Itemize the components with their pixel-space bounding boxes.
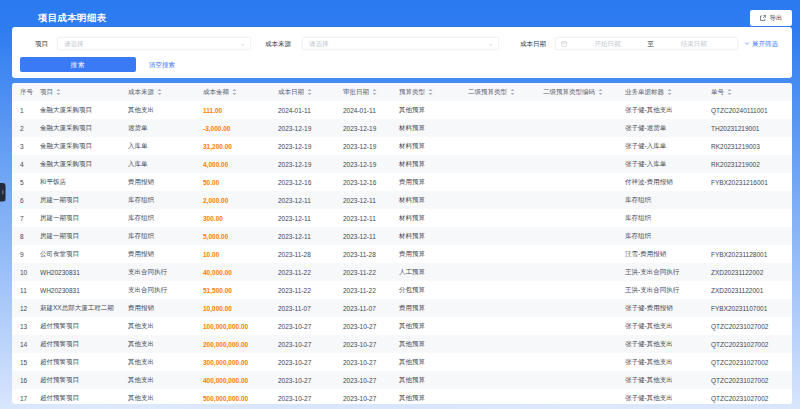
- table-cell: 2023-12-19: [335, 137, 391, 155]
- table-cell: RK20231219003: [703, 137, 792, 155]
- table-cell: [460, 245, 535, 263]
- table-cell: [460, 155, 535, 173]
- table-cell: 2023-11-22: [335, 263, 391, 281]
- project-select-placeholder: 请选择: [64, 39, 240, 48]
- sort-icon[interactable]: [428, 89, 433, 95]
- table-cell: 5: [12, 173, 32, 191]
- table-header: 序号项目成本来源成本金额成本日期审批日期预算类型二级预算类型二级预算类型编码业务…: [12, 83, 792, 101]
- search-button[interactable]: 搜索: [20, 57, 136, 72]
- table-cell: ZXD20231122002: [703, 263, 792, 281]
- filter-panel: 项目 请选择 成本来源 请选择 成本日期: [12, 27, 792, 78]
- table-cell: 100,000,000.00: [195, 317, 270, 335]
- table-cell: 支出合同执行: [120, 263, 195, 281]
- table-cell: 5,000.00: [195, 227, 270, 245]
- start-date-placeholder: 开始日期: [568, 39, 648, 48]
- table-cell: 2023-10-27: [270, 389, 335, 404]
- table-cell: 人工预算: [391, 263, 460, 281]
- export-button[interactable]: 导出: [750, 10, 792, 26]
- sort-icon[interactable]: [307, 89, 312, 95]
- table-cell: [460, 191, 535, 209]
- column-header-3[interactable]: 成本金额: [195, 83, 270, 101]
- table-cell: 111.00: [195, 101, 270, 119]
- table-row: 12新建XX总部大厦工程二期费用报销10,000.002023-11-07202…: [12, 299, 792, 317]
- sort-icon[interactable]: [510, 89, 515, 95]
- table-cell: [703, 191, 792, 209]
- table-cell: 2023-10-27: [270, 371, 335, 389]
- table-cell: 其他支出: [120, 101, 195, 119]
- table-cell: [535, 173, 617, 191]
- table-cell: 其他预算: [391, 317, 460, 335]
- table-cell: 金融大厦采购项目: [32, 101, 120, 119]
- table-cell: 10: [12, 263, 32, 281]
- clear-search-button[interactable]: 清空搜索: [149, 57, 175, 72]
- table-cell: 2023-11-28: [270, 245, 335, 263]
- table-cell: 房建一期项目: [32, 209, 120, 227]
- table-cell: 2023-10-27: [270, 335, 335, 353]
- column-header-9[interactable]: 业务单据标题: [617, 83, 703, 101]
- table-cell: 张子健-退货单: [617, 119, 703, 137]
- table-cell: 金融大厦采购项目: [32, 137, 120, 155]
- column-header-2[interactable]: 成本来源: [120, 83, 195, 101]
- side-drawer-handle[interactable]: [0, 183, 6, 202]
- table-cell: [460, 335, 535, 353]
- table-cell: 40,000.00: [195, 263, 270, 281]
- table-cell: 2023-10-27: [335, 353, 391, 371]
- cost-date-range-picker[interactable]: 开始日期 至 结束日期: [555, 37, 738, 50]
- table-cell: 材料预算: [391, 227, 460, 245]
- table-cell: 4,000.00: [195, 155, 270, 173]
- sort-icon[interactable]: [372, 89, 377, 95]
- table-cell: 2023-12-11: [270, 209, 335, 227]
- sort-icon[interactable]: [157, 89, 162, 95]
- column-header-0[interactable]: 序号: [12, 83, 32, 101]
- sort-icon[interactable]: [56, 89, 61, 95]
- sort-icon[interactable]: [727, 89, 732, 95]
- table-cell: 超付预警项目: [32, 353, 120, 371]
- expand-filter-button[interactable]: 展开筛选: [744, 37, 778, 50]
- column-header-1[interactable]: 项目: [32, 83, 120, 101]
- filter-row: 项目 请选择 成本来源 请选择 成本日期: [12, 37, 792, 50]
- table-cell: 2023-12-19: [335, 119, 391, 137]
- table-cell: 张子健-入库单: [617, 155, 703, 173]
- table-cell: 2023-12-11: [335, 227, 391, 245]
- table-cell: 库存组织: [617, 209, 703, 227]
- column-header-10[interactable]: 单号: [703, 83, 792, 101]
- table-cell: 费用预算: [391, 299, 460, 317]
- column-header-7[interactable]: 二级预算类型: [460, 83, 535, 101]
- filter-buttons-row: 搜索 清空搜索: [12, 57, 792, 72]
- table-cell: 其他预算: [391, 101, 460, 119]
- table-cell: 库存组织: [617, 191, 703, 209]
- table-cell: 张子健-其他支出: [617, 335, 703, 353]
- table-cell: 2023-12-19: [335, 155, 391, 173]
- page: 项目成本明细表 导出 项目 请选择 成本来源 请选择: [0, 0, 800, 409]
- project-select[interactable]: 请选择: [57, 37, 251, 50]
- sort-icon[interactable]: [232, 89, 237, 95]
- drawer-handle-grip: [2, 190, 4, 195]
- table-cell: FYBX20231128001: [703, 245, 792, 263]
- table-cell: 其他预算: [391, 371, 460, 389]
- table-cell: 其他预算: [391, 335, 460, 353]
- sort-icon[interactable]: [667, 89, 672, 95]
- table-cell: TH20231219001: [703, 119, 792, 137]
- table-cell: [460, 209, 535, 227]
- column-header-4[interactable]: 成本日期: [270, 83, 335, 101]
- column-header-5[interactable]: 审批日期: [335, 83, 391, 101]
- table-cell: 6: [12, 191, 32, 209]
- table-cell: [460, 173, 535, 191]
- column-header-6[interactable]: 预算类型: [391, 83, 460, 101]
- column-header-8[interactable]: 二级预算类型编码: [535, 83, 617, 101]
- table-cell: 费用预算: [391, 245, 460, 263]
- table-cell: 2023-12-11: [335, 191, 391, 209]
- sort-icon[interactable]: [598, 89, 603, 95]
- table-row: 4金融大厦采购项目入库单4,000.002023-12-192023-12-19…: [12, 155, 792, 173]
- table-cell: [460, 317, 535, 335]
- cost-source-select[interactable]: 请选择: [302, 37, 499, 50]
- table-cell: [535, 371, 617, 389]
- table-cell: [703, 209, 792, 227]
- table-cell: 王洪-支出合同执行: [617, 281, 703, 299]
- table-cell: 新建XX总部大厦工程二期: [32, 299, 120, 317]
- table-cell: 张子健-入库单: [617, 137, 703, 155]
- table-cell: 31,200.00: [195, 137, 270, 155]
- table-row: 16超付预警项目其他支出400,000,000.002023-10-272023…: [12, 371, 792, 389]
- table-cell: [535, 335, 617, 353]
- table-cell: [535, 389, 617, 404]
